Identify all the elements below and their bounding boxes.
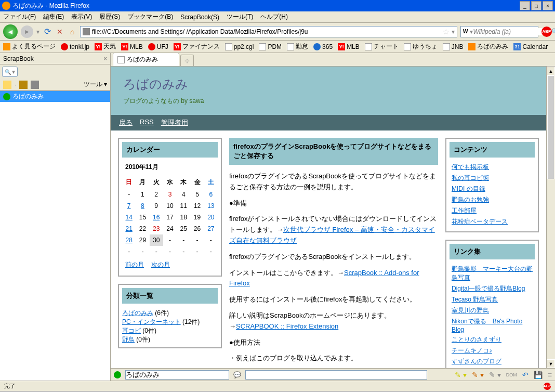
search-input[interactable]: [473, 28, 551, 35]
external-link[interactable]: Digital一眼で撮る野鳥Blog: [452, 285, 525, 292]
content-link[interactable]: 工作部屋: [452, 207, 477, 214]
new-folder-icon[interactable]: [3, 81, 11, 89]
cal-day-link[interactable]: 21: [125, 225, 132, 232]
cal-day-link[interactable]: 8: [141, 202, 144, 210]
bookmark-item[interactable]: ゆうちょ: [404, 42, 438, 51]
scroll-down-button[interactable]: ▼: [547, 359, 555, 368]
close-button[interactable]: ×: [543, 1, 553, 10]
content-link[interactable]: 野鳥のお勉強: [452, 196, 489, 203]
new-tab-button[interactable]: ⊹: [180, 55, 194, 66]
wikipedia-icon[interactable]: W: [463, 29, 468, 34]
minimize-button[interactable]: _: [520, 1, 530, 10]
nav-dropdown-icon[interactable]: ▾: [36, 28, 39, 35]
bookmark-item[interactable]: PDM: [259, 43, 282, 50]
reload-button[interactable]: ⟳: [43, 27, 52, 36]
menu-view[interactable]: 表示(V): [71, 12, 92, 21]
adblock-status-icon[interactable]: ABP: [544, 383, 551, 390]
nav-admin-link[interactable]: 管理者用: [161, 118, 188, 127]
menu-tools[interactable]: ツール(T): [227, 12, 253, 21]
back-button[interactable]: ◄: [3, 24, 18, 39]
scrapbook-title-input[interactable]: [125, 370, 229, 380]
home-button[interactable]: ⌂: [68, 27, 77, 36]
sidebar-search-input[interactable]: 🔍 ▾: [2, 67, 18, 77]
dom-icon[interactable]: DOM: [506, 372, 517, 377]
highlighter-red-icon[interactable]: ✎ ▾: [472, 371, 484, 379]
bookmark-item[interactable]: Y!MLB: [121, 43, 143, 50]
dropdown-icon[interactable]: ▾: [12, 68, 15, 75]
category-link[interactable]: PC・インターネット: [122, 318, 181, 325]
external-link[interactable]: 野鳥撮影 マーキー大台の野鳥写真: [452, 265, 533, 281]
scroll-thumb[interactable]: [547, 75, 554, 179]
article-link[interactable]: SCRAPBOOK :: Firefox Extension: [236, 322, 338, 330]
bookmark-item[interactable]: チャート: [365, 42, 399, 51]
search-box[interactable]: W ▾ 🔍: [460, 26, 538, 37]
cal-day-link[interactable]: 7: [127, 202, 131, 210]
external-link[interactable]: チームキノコ♪: [452, 347, 492, 354]
tab[interactable]: ろばのみみ: [113, 53, 179, 66]
content-link[interactable]: 花粉症ベータデース: [452, 218, 508, 225]
scrapbook-comment-input[interactable]: [245, 370, 427, 380]
sidebar-tools-menu[interactable]: ツール ▾: [84, 80, 107, 89]
external-link[interactable]: 室見川の野鳥: [452, 307, 489, 314]
nav-back-link[interactable]: 戻る: [119, 118, 133, 127]
url-text[interactable]: file:///C:/Documents and Settings/ /Appl…: [92, 28, 441, 35]
category-link[interactable]: ろばのみみ: [122, 309, 153, 317]
cal-day-link[interactable]: 28: [125, 237, 132, 244]
external-link[interactable]: すずさんのブログ: [452, 358, 501, 365]
bookmark-item[interactable]: UFJ: [148, 43, 168, 50]
scroll-track[interactable]: [547, 75, 555, 359]
menu-bookmarks[interactable]: ブックマーク(B): [127, 12, 173, 21]
menu-scrapbook[interactable]: ScrapBook(S): [180, 14, 219, 21]
bookmark-star-icon[interactable]: ☆: [443, 28, 450, 36]
menu-history[interactable]: 履歴(S): [99, 12, 120, 21]
content-link[interactable]: 私の耳コピ術: [452, 174, 489, 181]
stop-button[interactable]: ✕: [55, 27, 64, 36]
menu-icon[interactable]: ≡: [548, 371, 552, 379]
comment-icon[interactable]: 💬: [233, 371, 241, 378]
eraser-icon[interactable]: ✎ ▾: [489, 371, 501, 379]
page-saved-icon: [3, 93, 10, 100]
cal-prev-link[interactable]: 前の月: [125, 260, 144, 269]
category-link[interactable]: 耳コピ: [122, 327, 141, 334]
menu-file[interactable]: ファイル(F): [3, 12, 36, 21]
external-link[interactable]: Tecaso 野鳥写真: [452, 296, 498, 303]
tree-item[interactable]: ろばのみみ: [0, 91, 110, 102]
sidebar-tree[interactable]: ろばのみみ: [0, 90, 110, 381]
database-icon[interactable]: [31, 81, 39, 89]
vertical-scrollbar[interactable]: ▲ ▼: [546, 67, 555, 368]
category-link[interactable]: 野鳥: [122, 336, 135, 343]
cal-day-link[interactable]: 14: [125, 214, 132, 221]
cal-next-link[interactable]: 次の月: [151, 260, 170, 269]
cal-day-header: 日: [122, 176, 136, 189]
bookmark-item[interactable]: tenki.jp: [61, 43, 89, 50]
cal-day-link[interactable]: 16: [153, 214, 160, 221]
bookmark-item[interactable]: 31Calendar: [513, 43, 548, 50]
bookmark-item[interactable]: 勤怠: [287, 42, 308, 51]
highlighter-yellow-icon[interactable]: ✎ ▾: [455, 371, 467, 379]
content-link[interactable]: MIDI の目録: [452, 185, 485, 192]
bookmark-item[interactable]: pp2.cgi: [225, 43, 254, 50]
menu-edit[interactable]: 編集(E): [43, 12, 64, 21]
undo-icon[interactable]: ↶: [522, 371, 528, 379]
sidebar-close-icon[interactable]: ×: [103, 55, 107, 62]
open-folder-icon[interactable]: [19, 81, 28, 89]
bookmark-item[interactable]: Y!天気: [95, 42, 116, 51]
content-link[interactable]: 何でも掲示板: [452, 163, 489, 171]
external-link[interactable]: Nikonで撮る Ba's Photo Blog: [452, 318, 522, 333]
bookmark-item[interactable]: 365: [313, 43, 333, 50]
bookmark-item[interactable]: ろばのみみ: [468, 42, 508, 51]
save-icon[interactable]: 💾: [534, 371, 543, 379]
bookmark-item[interactable]: Y!ファイナンス: [174, 42, 220, 51]
adblock-icon[interactable]: ABP: [541, 27, 552, 37]
bookmark-item[interactable]: JNB: [443, 43, 464, 50]
url-bar[interactable]: file:///C:/Documents and Settings/ /Appl…: [80, 26, 457, 37]
url-dropdown-icon[interactable]: ▾: [452, 28, 455, 35]
menu-help[interactable]: ヘルプ(H): [260, 12, 288, 21]
search-go-icon[interactable]: 🔍: [551, 28, 555, 35]
nav-rss-link[interactable]: RSS: [140, 118, 154, 127]
bookmark-item[interactable]: よく見るページ: [3, 42, 56, 51]
bookmark-item[interactable]: Y!MLB: [338, 43, 360, 50]
external-link[interactable]: ことりのさえずり: [452, 336, 501, 343]
scroll-up-button[interactable]: ▲: [547, 67, 555, 75]
maximize-button[interactable]: □: [531, 1, 541, 10]
